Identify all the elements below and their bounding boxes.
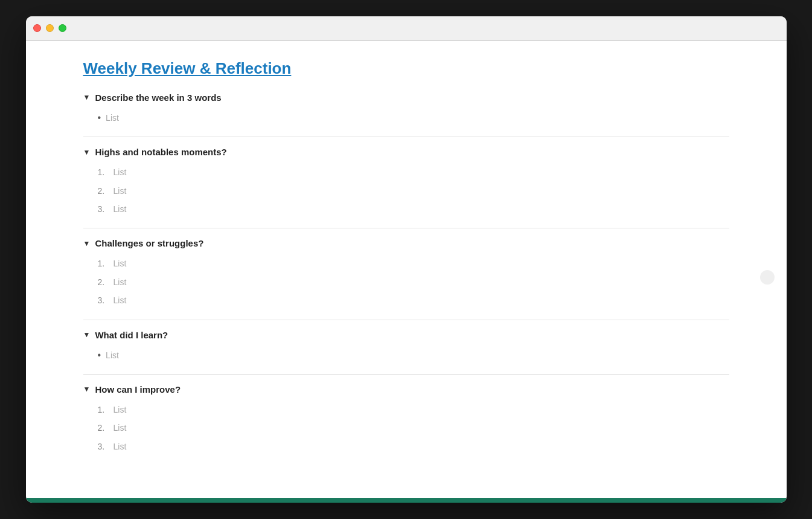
item-text[interactable]: List [113, 257, 127, 270]
main-content: Weekly Review & Reflection ▼ Describe th… [26, 41, 787, 498]
collapse-icon-learned: ▼ [83, 330, 91, 339]
bullet-icon: • [98, 349, 101, 362]
list-item: 1. List [98, 401, 729, 419]
scroll-indicator [760, 270, 775, 285]
collapse-icon-describe-week: ▼ [83, 93, 91, 102]
list-item: 1. List [98, 163, 729, 181]
traffic-lights [33, 24, 66, 32]
section-body-describe-week: • List [83, 109, 729, 127]
list-item: 1. List [98, 254, 729, 272]
section-highs-notables: ▼ Highs and notables moments? 1. List 2.… [83, 147, 729, 218]
section-body-highs-notables: 1. List 2. List 3. List [83, 163, 729, 218]
list-item: 2. List [98, 273, 729, 291]
item-text[interactable]: List [106, 349, 119, 362]
section-title-describe-week: Describe the week in 3 words [95, 92, 221, 103]
section-challenges: ▼ Challenges or struggles? 1. List 2. Li… [83, 238, 729, 309]
section-body-challenges: 1. List 2. List 3. List [83, 254, 729, 309]
section-improve: ▼ How can I improve? 1. List 2. List 3. … [83, 384, 729, 456]
item-text[interactable]: List [113, 294, 127, 307]
item-number: 3. [98, 202, 109, 216]
section-body-improve: 1. List 2. List 3. List [83, 401, 729, 456]
bullet-icon: • [98, 111, 101, 124]
item-text[interactable]: List [113, 421, 127, 434]
list-item: 3. List [98, 291, 729, 309]
list-item: • List [98, 109, 729, 127]
divider-4 [83, 374, 729, 375]
section-body-learned: • List [83, 346, 729, 364]
item-number: 1. [98, 166, 109, 179]
divider-2 [83, 228, 729, 228]
collapse-icon-highs-notables: ▼ [83, 148, 91, 156]
item-text[interactable]: List [106, 111, 119, 124]
bottom-progress-bar [26, 498, 787, 503]
item-number: 2. [98, 421, 109, 434]
item-text[interactable]: List [113, 166, 127, 179]
maximize-button[interactable] [59, 24, 66, 32]
section-describe-week: ▼ Describe the week in 3 words • List [83, 92, 729, 127]
list-item: 2. List [98, 419, 729, 437]
list-item: • List [98, 346, 729, 364]
item-text[interactable]: List [113, 403, 127, 416]
item-number: 2. [98, 184, 109, 198]
list-item: 2. List [98, 182, 729, 200]
item-text[interactable]: List [113, 202, 127, 216]
section-header-highs-notables[interactable]: ▼ Highs and notables moments? [83, 147, 729, 157]
section-title-improve: How can I improve? [95, 384, 181, 395]
item-number: 2. [98, 276, 109, 289]
section-header-describe-week[interactable]: ▼ Describe the week in 3 words [83, 92, 729, 103]
collapse-icon-improve: ▼ [83, 385, 91, 393]
page-title: Weekly Review & Reflection [83, 59, 729, 78]
item-number: 1. [98, 403, 109, 416]
list-item: 3. List [98, 200, 729, 218]
divider-3 [83, 320, 729, 320]
titlebar [26, 16, 787, 40]
item-number: 1. [98, 257, 109, 270]
minimize-button[interactable] [46, 24, 54, 32]
section-learned: ▼ What did I learn? • List [83, 330, 729, 364]
item-number: 3. [98, 440, 109, 453]
section-title-highs-notables: Highs and notables moments? [95, 147, 226, 157]
section-header-challenges[interactable]: ▼ Challenges or struggles? [83, 238, 729, 248]
item-text[interactable]: List [113, 276, 127, 289]
content-area: Weekly Review & Reflection ▼ Describe th… [26, 40, 787, 498]
item-text[interactable]: List [113, 440, 127, 453]
section-header-improve[interactable]: ▼ How can I improve? [83, 384, 729, 395]
divider-1 [83, 137, 729, 137]
section-title-challenges: Challenges or struggles? [95, 238, 203, 248]
app-window: Weekly Review & Reflection ▼ Describe th… [26, 16, 787, 503]
list-item: 3. List [98, 437, 729, 456]
item-text[interactable]: List [113, 184, 127, 198]
item-number: 3. [98, 294, 109, 307]
section-header-learned[interactable]: ▼ What did I learn? [83, 330, 729, 340]
section-title-learned: What did I learn? [95, 330, 168, 340]
collapse-icon-challenges: ▼ [83, 239, 91, 248]
close-button[interactable] [33, 24, 41, 32]
